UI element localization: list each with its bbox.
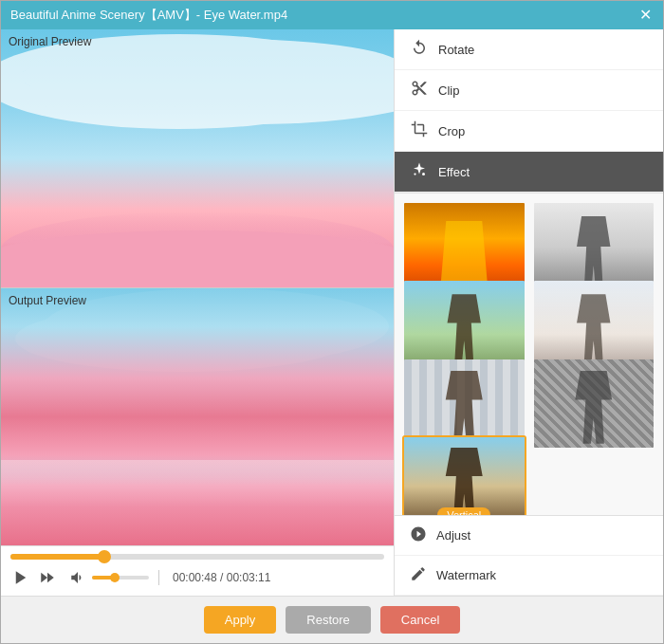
- svg-point-4: [414, 173, 415, 175]
- effect-icon: [410, 161, 429, 182]
- apply-button[interactable]: Apply: [204, 606, 277, 634]
- restore-button[interactable]: Restore: [286, 606, 371, 634]
- scissors-icon: [410, 80, 429, 101]
- volume-bar[interactable]: [92, 576, 149, 580]
- svg-point-3: [422, 173, 425, 175]
- close-button[interactable]: ✕: [637, 8, 654, 23]
- menu-item-clip[interactable]: Clip: [395, 70, 663, 111]
- play-button[interactable]: [10, 567, 31, 588]
- effect-preview-6: [534, 359, 655, 449]
- footer-bar: Apply Restore Cancel: [1, 596, 663, 643]
- sidebar-item-adjust[interactable]: Adjust: [395, 516, 663, 556]
- volume-button[interactable]: [67, 567, 88, 588]
- fast-forward-button[interactable]: [37, 567, 58, 588]
- watermark-icon: [410, 565, 427, 585]
- fast-forward-icon: [39, 569, 56, 586]
- main-window: Beautiful Anime Scenery【AMV】- Eye Water.…: [0, 0, 664, 644]
- window-title: Beautiful Anime Scenery【AMV】- Eye Water.…: [10, 7, 287, 24]
- menu-item-effect-label: Effect: [438, 165, 470, 179]
- preview-area: Original Preview Output Preview: [1, 29, 394, 545]
- svg-marker-2: [47, 573, 54, 583]
- original-preview-label: Original Preview: [9, 35, 91, 48]
- sidebar-adjust-label: Adjust: [436, 528, 470, 543]
- progress-thumb: [98, 550, 111, 563]
- menu-item-rotate-label: Rotate: [438, 43, 474, 57]
- volume-thumb: [110, 573, 120, 582]
- menu-item-crop[interactable]: Crop: [395, 111, 663, 152]
- time-separator: /: [217, 571, 227, 584]
- svg-marker-0: [16, 571, 27, 584]
- effect-vertical-badge: Vertical: [437, 507, 490, 515]
- cherry-blossoms-output: [1, 460, 394, 545]
- rotate-icon: [410, 39, 429, 60]
- controls-bar: 00:00:48 / 00:03:11: [1, 545, 394, 596]
- sidebar-watermark-label: Watermark: [436, 568, 496, 582]
- menu-item-effect[interactable]: Effect: [395, 152, 663, 193]
- effect-item-6[interactable]: [532, 358, 656, 451]
- effects-grid: Vertical: [395, 193, 663, 515]
- main-content: Original Preview Output Preview: [1, 29, 663, 596]
- output-preview-label: Output Preview: [9, 294, 86, 307]
- cancel-button[interactable]: Cancel: [380, 606, 460, 634]
- volume-icon: [69, 569, 86, 586]
- output-preview: Output Preview: [1, 288, 394, 546]
- left-panel: Original Preview Output Preview: [1, 29, 395, 596]
- adjust-icon: [410, 525, 427, 545]
- original-preview: Original Preview: [1, 29, 394, 287]
- crop-icon: [410, 120, 429, 141]
- play-icon: [12, 569, 29, 586]
- right-panel: Rotate Clip: [395, 29, 663, 596]
- cherry-blossoms-original: [1, 212, 394, 287]
- menu-item-crop-label: Crop: [438, 124, 465, 138]
- time-current: 00:00:48: [173, 571, 217, 584]
- menu-item-clip-label: Clip: [438, 83, 459, 98]
- controls-divider: [158, 570, 159, 585]
- menu-item-rotate[interactable]: Rotate: [395, 29, 663, 70]
- progress-fill: [10, 554, 104, 560]
- playback-controls: 00:00:48 / 00:03:11: [10, 567, 384, 588]
- sidebar-item-watermark[interactable]: Watermark: [395, 556, 663, 596]
- volume-area: [67, 567, 149, 588]
- svg-marker-1: [41, 573, 47, 583]
- effect-preview-7: [404, 437, 525, 515]
- sidebar-bottom: Adjust Watermark: [395, 515, 663, 596]
- time-total: 00:03:11: [227, 571, 271, 584]
- time-display: 00:00:48 / 00:03:11: [173, 571, 270, 584]
- progress-bar[interactable]: [10, 554, 384, 560]
- effect-item-7[interactable]: Vertical: [402, 435, 526, 515]
- menu-items: Rotate Clip: [395, 29, 663, 193]
- title-bar: Beautiful Anime Scenery【AMV】- Eye Water.…: [1, 1, 663, 29]
